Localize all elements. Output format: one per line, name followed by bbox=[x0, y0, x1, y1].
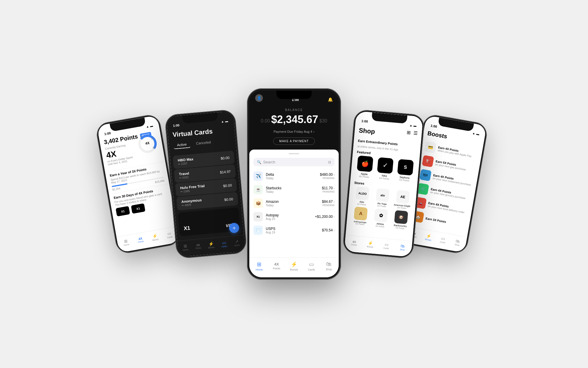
home-label-center: Home bbox=[256, 268, 263, 271]
nav-quick-left1[interactable]: ↗ Quick bbox=[230, 239, 244, 247]
phone-center: 👤 1:00 🔔 BALANCE 0.00 $2,345.67 $30 bbox=[247, 88, 341, 280]
store-backcountry[interactable]: 🐶 Backcountry 5X Points bbox=[391, 210, 411, 230]
list-icon[interactable]: ☰ bbox=[413, 130, 418, 136]
home-icon-left2: ⊞ bbox=[124, 238, 128, 244]
grid-icon[interactable]: ⊞ bbox=[407, 130, 411, 135]
alo-icon: alo bbox=[376, 188, 390, 202]
phones-container: 1:00 ▲ ▬ 3,402 Points RESET bbox=[88, 22, 500, 346]
nav-points-left1[interactable]: 4X Points bbox=[192, 243, 205, 250]
bottom-nav-center: ⊞ Home 4X Points ⚡ Boosts ▭ bbox=[249, 257, 339, 277]
nav-home-center[interactable]: ⊞ Home bbox=[250, 261, 268, 271]
nav-boosts-center[interactable]: ⚡ Boosts bbox=[285, 261, 303, 271]
boost-text-container-3: Earn 4X Points on your next grocery purc… bbox=[430, 187, 466, 200]
boosts-icon-left1: ⚡ bbox=[208, 241, 214, 246]
nav-boosts-left2[interactable]: ⚡ Boosts bbox=[147, 233, 163, 242]
nav-shop-right1[interactable]: 🛍 Shop bbox=[394, 243, 411, 251]
store-alo[interactable]: alo Alo Yoga 5X Points bbox=[372, 188, 392, 208]
quick-icon-left1: ↗ bbox=[235, 239, 239, 244]
phone-left1-inner: 1:00 ▲ ▬ Virtual Cards Active Canceled bbox=[166, 111, 245, 257]
nav-cards-center[interactable]: ▭ Cards bbox=[303, 261, 320, 271]
boosts-label-left1: Boosts bbox=[208, 246, 215, 249]
sheet-handle bbox=[289, 153, 299, 154]
nav-points-center[interactable]: 4X Points bbox=[268, 262, 285, 270]
chevron-2: › bbox=[334, 200, 335, 203]
battery-icon-left1: ▬ bbox=[225, 120, 228, 123]
boosts-icon-right2: ⚡ bbox=[426, 233, 432, 239]
balance-amount: $2,345.67 bbox=[271, 113, 318, 126]
invite-card-2: X1 bbox=[131, 203, 145, 214]
boost-text-container-4: Earn 4X Points on your next food deliver… bbox=[427, 201, 465, 214]
tx-name-3: Autopay bbox=[266, 213, 312, 217]
tx-item-0[interactable]: ✈️ Delta Today $480.00 › PENDING bbox=[249, 169, 339, 183]
boosts-icon-left2: ⚡ bbox=[152, 233, 158, 239]
bell-icon[interactable]: 🔔 bbox=[328, 97, 333, 102]
shop-toolbar: ⊞ ☰ bbox=[407, 130, 418, 136]
nav-4x-right1[interactable]: 4X Points bbox=[346, 239, 362, 246]
tx-amount-2: $84.67 › bbox=[322, 200, 335, 204]
tx-info-2: Amazon Today bbox=[266, 200, 319, 207]
tx-item-4[interactable]: ✉️ USPS Aug 19 $70.54 › bbox=[249, 223, 339, 237]
nav-boosts-right2[interactable]: ⚡ Boosts bbox=[421, 233, 436, 242]
user-avatar[interactable]: 👤 bbox=[255, 94, 263, 102]
make-payment-button[interactable]: MAKE A PAYMENT bbox=[273, 137, 315, 145]
battery-icon-right1: ▬ bbox=[413, 124, 417, 127]
nav-shop-center[interactable]: 🛍 Shop bbox=[320, 261, 338, 271]
featured-apple[interactable]: 🍎 Apple 4X Points bbox=[355, 155, 375, 179]
shop-label-center: Shop bbox=[326, 268, 332, 271]
next-balance: $30 bbox=[319, 118, 327, 124]
nav-cards-left1[interactable]: ▭ Cards bbox=[217, 240, 231, 248]
nav-home-left1[interactable]: ⊞ Home bbox=[179, 243, 192, 251]
nav-home-left2[interactable]: ⊞ Home bbox=[118, 238, 134, 247]
featured-sephora[interactable]: S Sephora 5X Points bbox=[395, 159, 415, 183]
cards-tabs: Active Canceled bbox=[173, 137, 231, 149]
tx-status-1: PENDING bbox=[322, 190, 335, 193]
chevron-1: › bbox=[334, 187, 335, 190]
nav-cards-right1[interactable]: ▭ Cards bbox=[378, 241, 395, 250]
transaction-list: ✈️ Delta Today $480.00 › PENDING bbox=[249, 169, 339, 237]
progress-goal: $15,000 bbox=[155, 179, 165, 183]
tx-item-2[interactable]: 📦 Amazon Today $84.67 › PENDING bbox=[249, 196, 339, 210]
card-amount-0: $0.00 bbox=[220, 155, 230, 160]
tx-status-0: PENDING bbox=[320, 177, 335, 180]
home-icon-left1: ⊞ bbox=[183, 243, 187, 248]
tx-date-3: Aug 20 bbox=[266, 217, 312, 221]
nav-points-left2[interactable]: 4X Points bbox=[133, 236, 148, 244]
store-ae[interactable]: AE American Eagle 5X Points bbox=[392, 190, 412, 210]
tx-name-0: Delta bbox=[266, 173, 317, 177]
points-label-center: Points bbox=[273, 267, 280, 270]
filter-icon[interactable]: ⊟ bbox=[328, 160, 331, 164]
store-anthro[interactable]: A Anthropologie 5X Points bbox=[350, 206, 370, 226]
phone-center-inner: 👤 1:00 🔔 BALANCE 0.00 $2,345.67 $30 bbox=[249, 91, 339, 277]
bottom-nav-left1: ⊞ Home 4X Points ⚡ Boosts ▭ Cards bbox=[177, 235, 245, 257]
tab-active[interactable]: Active bbox=[173, 141, 191, 149]
tx-item-1[interactable]: ☕ Starbucks Today $11.70 › PENDING bbox=[249, 183, 339, 196]
phone-right1: 1:00 ▲ ▬ Shop ⊞ ☰ Earn Extraordinary Poi… bbox=[342, 109, 425, 259]
tx-item-3[interactable]: X1 Autopay Aug 20 +$1,200.00 › bbox=[249, 210, 339, 223]
tx-date-4: Aug 19 bbox=[266, 231, 319, 234]
tx-name-2: Amazon bbox=[266, 200, 319, 204]
cards-icon-right1: ▭ bbox=[384, 242, 388, 247]
store-aldo[interactable]: ALDO Aldo 5X Points bbox=[352, 186, 372, 206]
payment-due-text: Payment Due Friday Aug 4 bbox=[273, 130, 312, 133]
wifi-icon-right2: ▲ bbox=[472, 131, 476, 135]
store-athleta[interactable]: ✿ Athleta 5X Points bbox=[371, 208, 391, 228]
chevron-3: › bbox=[334, 215, 335, 218]
featured-nike[interactable]: ✓ Nike 4X Points bbox=[375, 157, 395, 181]
tab-canceled[interactable]: Canceled bbox=[192, 139, 215, 147]
payment-due: Payment Due Friday Aug 4 › bbox=[255, 130, 333, 133]
cards-icon-left1: ▭ bbox=[222, 240, 226, 245]
cards-label-right1: Cards bbox=[383, 247, 389, 250]
search-bar[interactable]: 🔍 Search ⊟ bbox=[253, 158, 335, 166]
invite-card-1: X1 bbox=[116, 206, 130, 216]
nav-shop-right2[interactable]: 🛍 Shop bbox=[450, 238, 465, 247]
home-icon-center: ⊞ bbox=[257, 261, 261, 268]
points-icon-left1: 4X bbox=[196, 243, 200, 247]
nav-cards-right2[interactable]: ▭ Cards bbox=[435, 235, 451, 244]
nav-boosts-left1[interactable]: ⚡ Boosts bbox=[204, 241, 218, 249]
tx-icon-3: X1 bbox=[253, 212, 263, 221]
prev-balance: 0.00 bbox=[261, 118, 270, 124]
shop-label-right2: Shop bbox=[455, 243, 460, 246]
tx-amount-col-4: $70.54 › bbox=[322, 228, 335, 232]
tx-amount-4: $70.54 › bbox=[322, 228, 335, 232]
nav-boosts-right1[interactable]: ⚡ Boosts bbox=[362, 240, 379, 248]
